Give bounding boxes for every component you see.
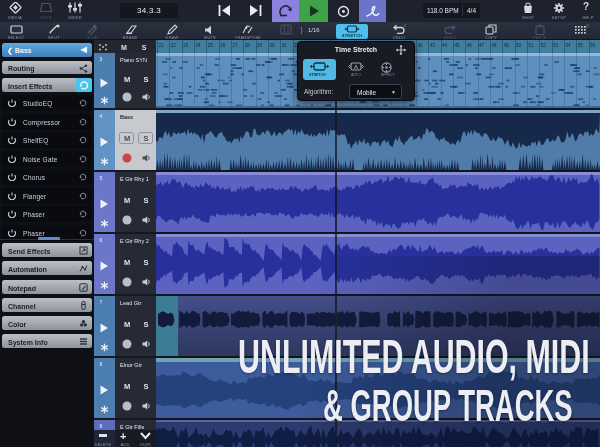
svg-text:A: A xyxy=(354,64,359,70)
